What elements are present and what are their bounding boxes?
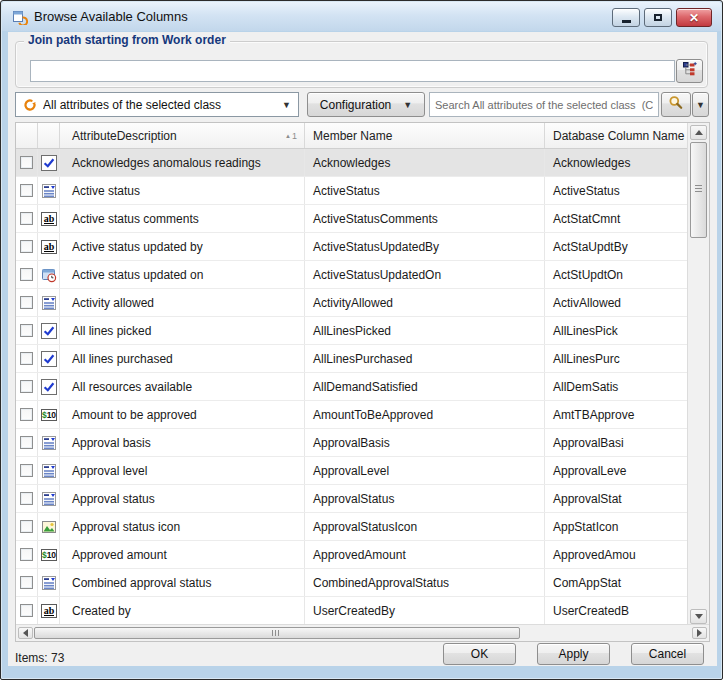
table-row[interactable]: Combined approval statusCombinedApproval… (16, 569, 687, 597)
configuration-button[interactable]: Configuration ▼ (307, 92, 425, 117)
cancel-button[interactable]: Cancel (631, 643, 704, 665)
database-column-cell: ActStUpdtOn (545, 261, 687, 288)
header-member-name[interactable]: Member Name (305, 123, 545, 148)
attribute-description-cell: Approval status (60, 485, 305, 512)
close-button[interactable]: ✕ (676, 8, 712, 27)
svg-text:$10: $10 (41, 550, 55, 560)
table-row[interactable]: All resources availableAllDemandSatisfie… (16, 373, 687, 401)
table-row[interactable]: Activity allowedActivityAllowedActivAllo… (16, 289, 687, 317)
table-row[interactable]: $10Amount to be approvedAmountToBeApprov… (16, 401, 687, 429)
join-path-tree-button[interactable] (676, 59, 703, 83)
attribute-description-cell: Approval status icon (60, 513, 305, 540)
maximize-button[interactable] (644, 8, 672, 27)
database-column-cell: UserCreatedB (545, 597, 687, 624)
database-column-cell: ApprovalBasi (545, 429, 687, 456)
apply-button[interactable]: Apply (537, 643, 610, 665)
attribute-description-cell: Combined approval status (60, 569, 305, 596)
type-icon-cell (38, 513, 60, 540)
database-column-cell: AppStatIcon (545, 513, 687, 540)
table-row[interactable]: abCreated byUserCreatedByUserCreatedB (16, 597, 687, 624)
row-checkbox[interactable] (20, 548, 33, 561)
attribute-scope-select[interactable]: All attributes of the selected class ▼ (15, 92, 299, 117)
table-row[interactable]: All lines purchasedAllLinesPurchasedAllL… (16, 345, 687, 373)
row-checkbox[interactable] (20, 436, 33, 449)
row-checkbox[interactable] (20, 212, 33, 225)
table-row[interactable]: Active status updated onActiveStatusUpda… (16, 261, 687, 289)
search-input[interactable] (429, 92, 659, 117)
horizontal-scrollbar[interactable] (16, 624, 709, 641)
member-name-cell: ActiveStatus (305, 177, 545, 204)
scroll-right-button[interactable] (692, 627, 707, 639)
dialog-window: Browse Available Columns ✕ Join path sta… (0, 0, 723, 680)
row-checkbox[interactable] (20, 380, 33, 393)
database-column-cell: ApprovedAmou (545, 541, 687, 568)
scroll-left-button[interactable] (18, 627, 33, 639)
attribute-description-cell: Acknowledges anomalous readings (60, 149, 305, 176)
search-button[interactable] (661, 92, 691, 117)
table-row[interactable]: Active statusActiveStatusActiveStatus (16, 177, 687, 205)
join-path-label: Join path starting from Work order (24, 33, 230, 47)
row-checkbox[interactable] (20, 576, 33, 589)
header-select-column[interactable] (16, 123, 38, 148)
attribute-description-cell: Approved amount (60, 541, 305, 568)
attribute-description-cell: All lines picked (60, 317, 305, 344)
database-column-cell: ApprovalStat (545, 485, 687, 512)
row-checkbox[interactable] (20, 408, 33, 421)
datetime-icon (41, 267, 57, 283)
member-name-cell: AllLinesPurchased (305, 345, 545, 372)
table-row[interactable]: All lines pickedAllLinesPickedAllLinesPi… (16, 317, 687, 345)
magnifier-icon (668, 95, 684, 115)
table-row[interactable]: abActive status commentsActiveStatusComm… (16, 205, 687, 233)
table-row[interactable]: Approval statusApprovalStatusApprovalSta… (16, 485, 687, 513)
row-checkbox[interactable] (20, 492, 33, 505)
svg-text:$10: $10 (41, 410, 55, 420)
attribute-scope-value: All attributes of the selected class (43, 98, 278, 112)
row-checkbox[interactable] (20, 604, 33, 617)
row-select-cell (16, 429, 38, 456)
scroll-down-button[interactable] (690, 609, 707, 624)
attribute-description-cell: Active status updated by (60, 233, 305, 260)
row-checkbox[interactable] (20, 156, 33, 169)
member-name-cell: ApprovalLevel (305, 457, 545, 484)
table-row[interactable]: Approval status iconApprovalStatusIconAp… (16, 513, 687, 541)
scroll-up-button[interactable] (690, 125, 707, 140)
type-icon-cell (38, 317, 60, 344)
row-checkbox[interactable] (20, 352, 33, 365)
orange-ring-icon (23, 98, 37, 112)
table-row[interactable]: abActive status updated byActiveStatusUp… (16, 233, 687, 261)
table-row[interactable]: Approval levelApprovalLevelApprovalLeve (16, 457, 687, 485)
horizontal-scroll-thumb[interactable] (34, 627, 520, 639)
chevron-down-icon: ▼ (282, 100, 291, 110)
vertical-scroll-thumb[interactable] (690, 142, 707, 238)
row-checkbox[interactable] (20, 324, 33, 337)
minimize-button[interactable] (612, 8, 640, 27)
member-name-cell: AmountToBeApproved (305, 401, 545, 428)
row-checkbox[interactable] (20, 520, 33, 533)
join-path-input[interactable] (30, 60, 675, 82)
enum-icon (41, 183, 57, 199)
row-checkbox[interactable] (20, 268, 33, 281)
arrow-up-icon (695, 130, 703, 135)
member-name-cell: ActiveStatusUpdatedBy (305, 233, 545, 260)
vertical-scrollbar[interactable] (687, 123, 709, 626)
search-options-button[interactable]: ▼ (692, 92, 709, 117)
row-checkbox[interactable] (20, 464, 33, 477)
ok-button[interactable]: OK (443, 643, 516, 665)
enum-icon (41, 463, 57, 479)
row-select-cell (16, 597, 38, 624)
row-select-cell (16, 485, 38, 512)
table-row[interactable]: $10Approved amountApprovedAmountApproved… (16, 541, 687, 569)
row-checkbox[interactable] (20, 296, 33, 309)
row-checkbox[interactable] (20, 184, 33, 197)
title-bar[interactable]: Browse Available Columns ✕ (2, 2, 721, 31)
text-icon: ab (41, 603, 57, 619)
row-checkbox[interactable] (20, 240, 33, 253)
header-database-column-name[interactable]: Database Column Name (545, 123, 687, 148)
table-row[interactable]: Acknowledges anomalous readingsAcknowled… (16, 149, 687, 177)
database-column-cell: ActivAllowed (545, 289, 687, 316)
header-attribute-description[interactable]: AttributeDescription ▲1 (60, 123, 305, 148)
configuration-button-label: Configuration (320, 98, 391, 112)
type-icon-cell (38, 177, 60, 204)
header-type-column[interactable] (38, 123, 60, 148)
table-row[interactable]: Approval basisApprovalBasisApprovalBasi (16, 429, 687, 457)
